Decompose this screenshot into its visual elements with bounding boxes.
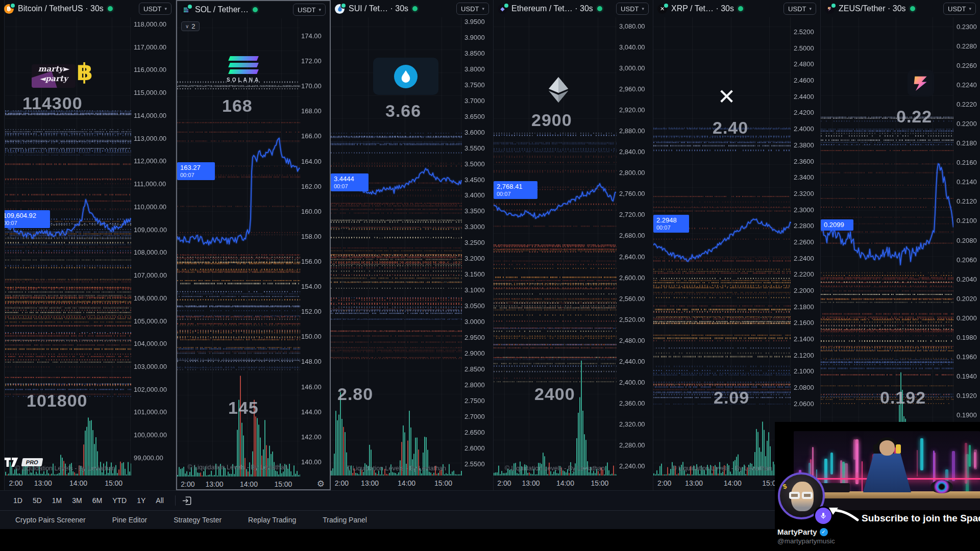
price-tick: 0.2040: [953, 276, 980, 283]
timeframe-6m[interactable]: 6M: [87, 494, 107, 507]
timeframe-1m[interactable]: 1M: [47, 494, 67, 507]
price-tick: 172.00: [298, 58, 330, 64]
watermark-price-top: 0.22: [896, 107, 932, 127]
price-tick: 103,000.00: [131, 363, 176, 370]
currency-dropdown[interactable]: USDT▾: [456, 3, 489, 15]
time-label: 2:00: [335, 479, 349, 487]
currency-dropdown[interactable]: USDT▾: [293, 4, 326, 16]
price-tick: 0.1980: [953, 334, 980, 341]
price-tick: 0.1900: [953, 412, 980, 418]
symbol-title[interactable]: ZEUS/Tether · 30s: [839, 4, 906, 13]
timeframe-1y[interactable]: 1Y: [132, 494, 151, 507]
price-tick: 2.1600: [791, 319, 820, 326]
price-tick: 150.00: [298, 333, 330, 340]
currency-dropdown[interactable]: USDT▾: [139, 3, 172, 15]
tab-crypto-pairs-screener[interactable]: Crypto Pairs Screener: [15, 516, 86, 524]
subscribe-text: Subscribe to join the Space: [862, 513, 980, 524]
watermark-price-top: 3.66: [385, 101, 421, 121]
tab-strategy-tester[interactable]: Strategy Tester: [174, 516, 222, 524]
price-tick: 108,000.00: [131, 249, 176, 256]
status-dot: [910, 6, 915, 11]
price-tick: 115,000.00: [131, 89, 176, 96]
time-axis[interactable]: 2:0013:0014:0015:00: [331, 475, 493, 490]
collapse-badge[interactable]: ∨2: [181, 21, 200, 31]
xrp-icon: ✕: [657, 4, 667, 14]
price-badge: 3.444400:07: [331, 173, 369, 191]
user-handle: @martypartymusic: [777, 537, 835, 545]
price-tick: 2.3800: [791, 142, 820, 148]
chevron-down-icon: ∨: [185, 23, 189, 29]
price-axis[interactable]: 2.52002.50002.48002.46002.44002.42002.40…: [791, 29, 820, 407]
tab-pine-editor[interactable]: Pine Editor: [112, 516, 147, 524]
time-label: 15:00: [105, 479, 122, 487]
time-axis[interactable]: 2:0013:0014:0015:00: [494, 475, 653, 490]
ethereum-watermark-logo: [549, 77, 568, 105]
price-tick: 2.1200: [791, 352, 820, 359]
time-label: 2:00: [181, 480, 194, 488]
price-tick: 2,760.00: [616, 190, 653, 197]
timeframe-1d[interactable]: 1D: [8, 494, 28, 507]
symbol-title[interactable]: Bitcoin / TetherUS · 30s: [18, 4, 104, 13]
price-axis[interactable]: 3.95003.90003.85003.80003.75003.70003.65…: [461, 18, 493, 467]
time-axis[interactable]: ⚙2:0013:0014:0015:00: [177, 477, 330, 491]
sui-watermark-logo: [373, 58, 438, 95]
chevron-down-icon: ▾: [809, 6, 812, 11]
tradingview-logo[interactable]: PRO: [4, 458, 42, 467]
chevron-down-icon: ▾: [164, 6, 167, 11]
symbol-title[interactable]: XRP / Tet… · 30s: [671, 4, 734, 13]
solana-watermark-logo: SOLANA: [227, 56, 260, 83]
symbol-title[interactable]: SUI / Tet… · 30s: [349, 4, 408, 13]
price-axis[interactable]: 0.23000.22800.22600.22400.22200.22000.21…: [953, 23, 980, 418]
price-tick: 156.00: [298, 258, 330, 265]
attribution-text: © Liquidation Levels - By Leviathan: [177, 464, 298, 471]
verified-badge-icon: ✓: [820, 528, 828, 536]
price-tick: 174.00: [298, 33, 330, 39]
price-tick: 105,000.00: [131, 318, 176, 324]
price-tick: 2,800.00: [616, 169, 653, 176]
price-tick: 2,280.00: [616, 442, 653, 448]
charts-grid: marty►◄party ฿ 114300 101800 © Liquidati…: [0, 0, 980, 490]
time-label: 14:00: [724, 479, 742, 487]
currency-dropdown[interactable]: USDT▾: [783, 3, 816, 15]
price-tick: 0.2060: [953, 257, 980, 263]
timeframe-5d[interactable]: 5D: [28, 494, 47, 507]
price-tick: 3.4000: [461, 192, 493, 198]
timeframe-3m[interactable]: 3M: [67, 494, 87, 507]
timeframe-all[interactable]: All: [151, 494, 169, 507]
symbol-title[interactable]: Ethereum / Tet… · 30s: [511, 4, 593, 13]
currency-dropdown[interactable]: USDT▾: [616, 3, 649, 15]
price-tick: 2.8000: [461, 382, 493, 388]
chart-panel-xrp: ✕ 2.40 2.09 © Liquidation Levels - By Le…: [653, 0, 821, 490]
status-dot: [412, 6, 418, 11]
watermark-price-bottom: 2.09: [714, 388, 749, 408]
chart-panel-ethereum: 2900 2400 © Liquidation Levels - By Levi…: [494, 0, 653, 490]
price-tick: 2.9500: [461, 334, 493, 341]
price-tick: 2.9000: [461, 350, 493, 357]
time-label: 2:00: [9, 479, 22, 487]
gear-icon[interactable]: ⚙: [317, 479, 325, 489]
price-tick: 106,000.00: [131, 295, 176, 302]
time-label: 13:00: [205, 480, 223, 488]
price-tick: 3.6500: [461, 113, 493, 120]
price-tick: 3,080.00: [616, 23, 653, 30]
go-to-date-icon[interactable]: [182, 495, 192, 506]
price-axis[interactable]: 118,000.00117,000.00116,000.00115,000.00…: [131, 21, 176, 461]
tab-replay-trading[interactable]: Replay Trading: [248, 516, 296, 524]
symbol-title[interactable]: SOL / Tether…: [195, 5, 249, 14]
timeframe-ytd[interactable]: YTD: [107, 494, 132, 507]
avatar[interactable]: $: [778, 472, 825, 519]
price-axis[interactable]: 3,080.003,040.003,000.002,960.002,920.00…: [616, 23, 653, 469]
toolbar-divider: [175, 495, 176, 506]
tab-trading-panel[interactable]: Trading Panel: [323, 516, 367, 524]
chevron-down-icon: ▾: [482, 6, 484, 11]
time-axis[interactable]: 2:0013:0014:0015:00: [0, 475, 176, 490]
price-tick: 2.2200: [791, 271, 820, 278]
pro-badge: PRO: [21, 458, 43, 466]
status-dot: [738, 6, 743, 11]
price-tick: 117,000.00: [131, 44, 176, 51]
currency-dropdown[interactable]: USDT▾: [943, 3, 976, 15]
price-tick: 2.2000: [791, 287, 820, 294]
price-axis[interactable]: 174.00172.00170.00168.00166.00164.00162.…: [298, 33, 330, 465]
martyparty-watermark-logo: marty►◄party: [32, 64, 76, 88]
price-tick: 170.00: [298, 83, 330, 89]
